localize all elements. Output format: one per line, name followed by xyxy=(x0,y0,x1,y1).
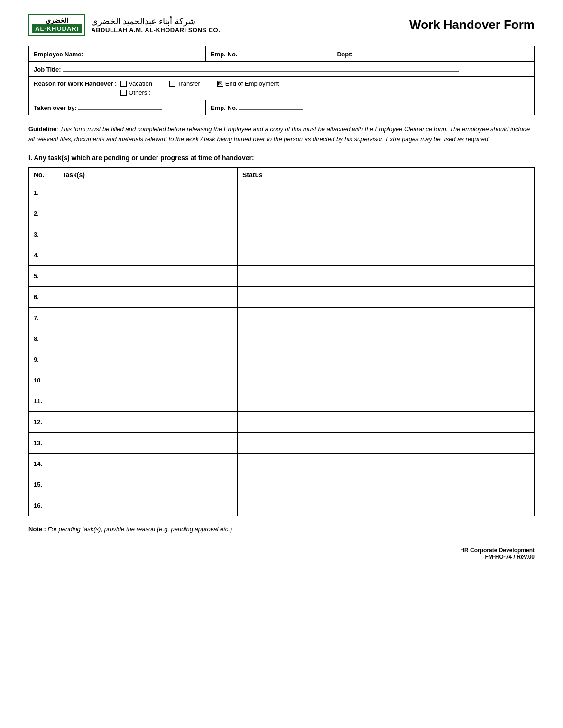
others-checkbox[interactable] xyxy=(120,90,127,96)
others-field[interactable] xyxy=(162,90,257,96)
dept-cell: Dept: xyxy=(332,46,534,62)
dept-field[interactable] xyxy=(354,50,489,56)
row-status-cell[interactable] xyxy=(238,182,535,203)
row-status-cell[interactable] xyxy=(238,203,535,224)
english-company-name: ABDULLAH A.M. AL-KHODARI SONS CO. xyxy=(91,27,220,34)
row-status-cell[interactable] xyxy=(238,328,535,349)
job-title-field[interactable] xyxy=(63,65,459,72)
task-row: 11. xyxy=(29,391,535,411)
row-task-cell[interactable] xyxy=(57,474,238,495)
row-task-cell[interactable] xyxy=(57,182,238,203)
row-task-cell[interactable] xyxy=(57,495,238,516)
row-no-cell: 14. xyxy=(29,453,57,474)
employee-name-label: Employee Name: xyxy=(34,51,83,58)
row-task-cell[interactable] xyxy=(57,432,238,453)
job-title-row: Job Title: xyxy=(29,62,535,77)
row-no-cell: 12. xyxy=(29,411,57,432)
emp-no-cell: Emp. No. xyxy=(206,46,332,62)
row-task-cell[interactable] xyxy=(57,349,238,370)
guideline: Guideline: This form must be filled and … xyxy=(28,125,535,145)
row-task-cell[interactable] xyxy=(57,453,238,474)
row-status-cell[interactable] xyxy=(238,224,535,245)
emp-no-label: Emp. No. xyxy=(211,51,237,58)
row-task-cell[interactable] xyxy=(57,328,238,349)
transfer-checkbox-item[interactable]: Transfer xyxy=(169,80,200,87)
row-no-cell: 13. xyxy=(29,432,57,453)
info-table: Employee Name: Emp. No. Dept: Job Title: xyxy=(28,46,535,115)
task-row: 16. xyxy=(29,495,535,516)
task-table: No. Task(s) Status 1. 2. 3. 4. 5. 6. xyxy=(28,167,535,516)
row-status-cell[interactable] xyxy=(238,495,535,516)
row-no-cell: 5. xyxy=(29,265,57,286)
end-of-employment-checkbox-item[interactable]: ☒ End of Employment xyxy=(217,80,279,87)
taken-over-cell: Taken over by: xyxy=(29,100,206,115)
note-text: For pending task(s), provide the reason … xyxy=(46,526,232,533)
form-title: Work Handover Form xyxy=(409,18,535,32)
arabic-company-name: شركة أبناء عبدالحميد الخضري xyxy=(91,16,195,27)
task-row: 15. xyxy=(29,474,535,495)
checkboxes-row2: Others : xyxy=(120,89,287,96)
row-no-cell: 16. xyxy=(29,495,57,516)
row-task-cell[interactable] xyxy=(57,265,238,286)
job-title-cell: Job Title: xyxy=(29,62,535,77)
transfer-label: Transfer xyxy=(177,80,200,87)
taken-emp-no-label: Emp. No. xyxy=(211,104,237,111)
row-status-cell[interactable] xyxy=(238,432,535,453)
end-of-employment-checkbox[interactable]: ☒ xyxy=(217,81,223,87)
emp-no-field[interactable] xyxy=(239,50,303,56)
row-status-cell[interactable] xyxy=(238,370,535,391)
reason-cell: Reason for Work Handover : Vacation Tran… xyxy=(29,77,535,100)
row-no-cell: 2. xyxy=(29,203,57,224)
task-table-header-row: No. Task(s) Status xyxy=(29,167,535,182)
logo-brand-text: AL-KHODARI xyxy=(32,24,82,33)
page-header: الخضري AL-KHODARI شركة أبناء عبدالحميد ا… xyxy=(28,14,535,36)
employee-name-field[interactable] xyxy=(85,50,185,56)
row-task-cell[interactable] xyxy=(57,370,238,391)
others-label: Others : xyxy=(129,89,150,96)
row-no-cell: 9. xyxy=(29,349,57,370)
taken-emp-no-field[interactable] xyxy=(239,103,303,110)
taken-over-row: Taken over by: Emp. No. xyxy=(29,100,535,115)
taken-over-field[interactable] xyxy=(78,103,162,110)
transfer-checkbox[interactable] xyxy=(169,81,175,87)
taken-emp-no-cell: Emp. No. xyxy=(206,100,332,115)
row-status-cell[interactable] xyxy=(238,307,535,328)
vacation-checkbox-item[interactable]: Vacation xyxy=(120,80,152,87)
row-task-cell[interactable] xyxy=(57,391,238,411)
logo-arabic-text: الخضري xyxy=(46,17,68,24)
row-no-cell: 10. xyxy=(29,370,57,391)
row-status-cell[interactable] xyxy=(238,349,535,370)
footer-line2: FM-HO-74 / Rev.00 xyxy=(460,554,535,560)
row-task-cell[interactable] xyxy=(57,224,238,245)
checkboxes-area: Vacation Transfer ☒ End of Employment xyxy=(120,80,287,96)
row-status-cell[interactable] xyxy=(238,245,535,265)
row-status-cell[interactable] xyxy=(238,286,535,307)
tasks-column-header: Task(s) xyxy=(57,167,238,182)
row-status-cell[interactable] xyxy=(238,265,535,286)
row-status-cell[interactable] xyxy=(238,391,535,411)
row-status-cell[interactable] xyxy=(238,411,535,432)
row-status-cell[interactable] xyxy=(238,453,535,474)
task-row: 3. xyxy=(29,224,535,245)
vacation-label: Vacation xyxy=(129,80,152,87)
others-checkbox-item[interactable]: Others : xyxy=(120,89,150,96)
row-task-cell[interactable] xyxy=(57,203,238,224)
vacation-checkbox[interactable] xyxy=(120,81,127,87)
reason-label: Reason for Work Handover : xyxy=(34,80,117,87)
footer-line1: HR Corporate Development xyxy=(460,547,535,554)
job-title-label: Job Title: xyxy=(34,66,61,73)
dept-label: Dept: xyxy=(337,51,353,58)
row-task-cell[interactable] xyxy=(57,411,238,432)
task-row: 1. xyxy=(29,182,535,203)
row-status-cell[interactable] xyxy=(238,474,535,495)
task-row: 13. xyxy=(29,432,535,453)
end-of-employment-label: End of Employment xyxy=(225,80,279,87)
row-task-cell[interactable] xyxy=(57,245,238,265)
footer: HR Corporate Development FM-HO-74 / Rev.… xyxy=(28,547,535,560)
employee-name-cell: Employee Name: xyxy=(29,46,206,62)
task-row: 10. xyxy=(29,370,535,391)
row-task-cell[interactable] xyxy=(57,307,238,328)
checkboxes-row1: Vacation Transfer ☒ End of Employment xyxy=(120,80,287,87)
section-i-heading: I. Any task(s) which are pending or unde… xyxy=(28,154,535,162)
row-task-cell[interactable] xyxy=(57,286,238,307)
